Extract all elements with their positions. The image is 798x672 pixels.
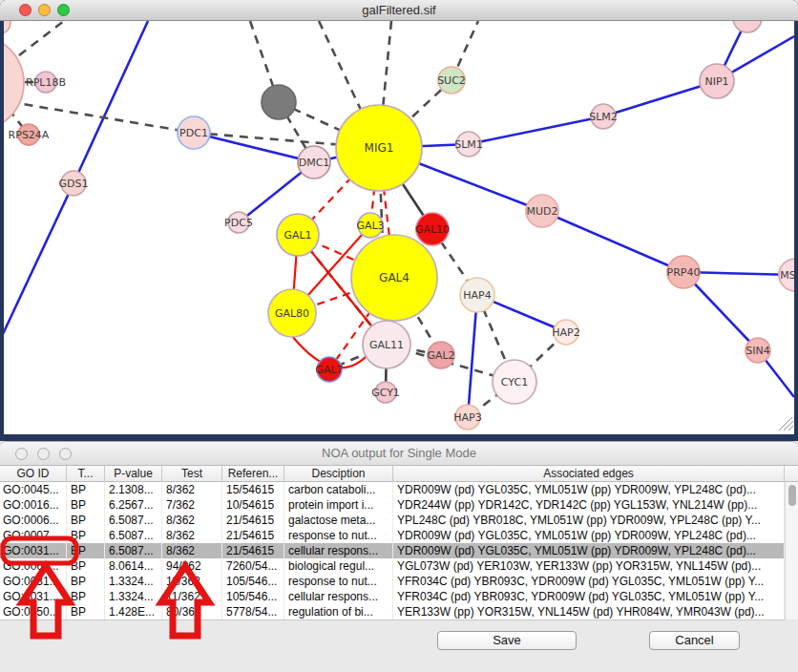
table-row[interactable]: GO:0016...BP6.2567...7/36210/54615protei… (0, 497, 785, 513)
node-HAP3[interactable]: HAP3 (453, 405, 481, 430)
column-header-test[interactable]: Test (162, 466, 222, 482)
node-SIN4[interactable]: SIN4 (746, 338, 770, 363)
node-label-GAL4: GAL4 (379, 271, 410, 284)
node-GAL4[interactable]: GAL4 (351, 235, 437, 321)
cell-associated_edges: YFR034C (pd) YBR093C, YDR009W (pd) YGL03… (393, 574, 785, 589)
column-header-reference[interactable]: Referen... (222, 466, 284, 482)
node-NIP1[interactable]: NIP1 (700, 64, 734, 98)
noa-window-title: NOA output for Single Mode (0, 442, 798, 465)
node-GCY1[interactable]: GCY1 (371, 382, 400, 403)
cell-p_value: 6.2567... (105, 497, 162, 513)
table-row[interactable]: GO:0045...BP2.1308...8/36215/54615carbon… (0, 482, 785, 497)
edge-MUD2-PRP40 (542, 211, 683, 272)
node-MSN5[interactable]: MSN5 (779, 259, 794, 291)
close-icon[interactable] (15, 448, 28, 460)
cell-test: 11/362 (162, 574, 222, 589)
save-button[interactable]: Save (437, 631, 577, 650)
scrollbar-thumb[interactable] (788, 485, 796, 506)
cell-reference: 21/54615 (222, 543, 284, 558)
cell-p_value: 2.1308... (105, 482, 162, 497)
cell-go_id: GO:0065... (0, 558, 67, 574)
table-row[interactable]: GO:0006...BP6.5087...8/36221/54615galact… (0, 513, 785, 528)
node-GAL7[interactable]: GAL7 (315, 357, 343, 382)
table-header: GO IDT...P-valueTestReferen...Desciption… (0, 466, 798, 482)
node-SLM1[interactable]: SLM1 (454, 132, 483, 157)
zoom-icon[interactable] (57, 4, 70, 16)
column-header-description[interactable]: Desciption (284, 466, 393, 482)
node-label-NIP1: NIP1 (704, 75, 728, 88)
node-label-RPL18B: RPL18B (26, 76, 66, 89)
node-label-GAL2: GAL2 (427, 349, 454, 362)
node-gray-node[interactable] (262, 85, 296, 119)
node-DMC1[interactable]: DMC1 (298, 146, 330, 178)
cell-reference: 7260/54... (222, 558, 284, 574)
cell-go_id: GO:0016... (0, 497, 67, 513)
edge-big-left-edge-top (19, 21, 64, 55)
vertical-scrollbar[interactable] (785, 482, 798, 620)
cell-description: cellular respons... (284, 543, 393, 558)
close-icon[interactable] (19, 4, 32, 16)
noa-window: NOA output for Single Mode GO IDT...P-va… (0, 441, 798, 672)
table-row[interactable]: GO:0007...BP6.5087...8/36221/54615respon… (0, 528, 785, 543)
traffic-lights-inactive (15, 448, 72, 460)
zoom-icon[interactable] (59, 448, 72, 460)
table-row[interactable]: GO:0065...BP8.0614...94/3627260/54...bio… (0, 558, 785, 574)
table-body: GO:0045...BP2.1308...8/36215/54615carbon… (0, 482, 785, 620)
cell-go_id: GO:0006... (0, 513, 67, 528)
table-row[interactable]: GO:0031...BP6.5087...8/36221/54615cellul… (0, 543, 785, 558)
graph-window-title: galFiltered.sif (0, 0, 798, 20)
node-label-MIG1: MIG1 (365, 141, 394, 155)
node-GDS1[interactable]: GDS1 (59, 171, 89, 196)
node-GAL10[interactable]: GAL10 (415, 213, 450, 245)
node-HAP4[interactable]: HAP4 (460, 278, 494, 312)
node-big-left[interactable] (4, 35, 24, 131)
table-row[interactable]: GO:0031...BP1.3324...11/362105/546...res… (0, 574, 785, 589)
node-label-HAP2: HAP2 (552, 326, 579, 339)
cell-go_id: GO:0045... (0, 482, 67, 497)
node-GAL3[interactable]: GAL3 (356, 213, 384, 238)
node-GAL1[interactable]: GAL1 (277, 214, 319, 256)
cell-test: 11/362 (162, 589, 222, 604)
cancel-button[interactable]: Cancel (649, 631, 740, 650)
node-label-CYC1: CYC1 (501, 376, 528, 388)
node-GAL80[interactable]: GAL80 (268, 289, 316, 337)
resize-grip[interactable] (779, 417, 793, 430)
cell-reference: 15/54615 (222, 482, 284, 497)
table-row[interactable]: GO:0050...BP1.428E...80/3625778/54...reg… (0, 604, 785, 620)
node-node-top-right[interactable] (733, 21, 762, 32)
network-canvas[interactable]: RPL18BRPS24AGDS1PDC1MIG1SUC2SLM1DMC1PDC5… (4, 21, 794, 434)
cell-go_id: GO:0007... (0, 528, 67, 543)
node-GAL2[interactable]: GAL2 (427, 342, 454, 368)
node-corner-top-left[interactable] (4, 21, 10, 33)
node-HAP2[interactable]: HAP2 (552, 320, 579, 345)
table-row[interactable]: GO:0031...BP1.3324...11/362105/546...cel… (0, 589, 785, 604)
cell-reference: 10/54615 (222, 497, 284, 513)
node-SUC2[interactable]: SUC2 (437, 67, 466, 94)
minimize-icon[interactable] (37, 448, 50, 460)
nodes-layer: RPL18BRPS24AGDS1PDC1MIG1SUC2SLM1DMC1PDC5… (4, 21, 794, 430)
node-GAL11[interactable]: GAL11 (363, 321, 410, 368)
cell-go_id: GO:0031... (0, 543, 67, 558)
column-header-associated_edges[interactable]: Associated edges (393, 466, 785, 482)
column-header-p_value[interactable]: P-value (105, 466, 162, 482)
node-PDC1[interactable]: PDC1 (178, 116, 210, 149)
cell-type: BP (67, 574, 105, 589)
cell-go_id: GO:0031... (0, 589, 67, 604)
node-RPL18B[interactable]: RPL18B (26, 72, 66, 93)
cell-p_value: 6.5087... (105, 543, 162, 558)
node-MUD2[interactable]: MUD2 (526, 195, 558, 227)
cell-associated_edges: YDR009W (pd) YGL035C, YML051W (pp) YDR00… (393, 528, 785, 543)
cell-reference: 21/54615 (222, 528, 284, 543)
column-header-go_id[interactable]: GO ID (0, 466, 67, 482)
node-label-MSN5: MSN5 (780, 269, 794, 282)
edge-GDS1-edge-left (4, 183, 74, 336)
node-label-GAL1: GAL1 (284, 229, 311, 242)
minimize-icon[interactable] (38, 4, 51, 16)
node-PRP40[interactable]: PRP40 (667, 256, 701, 288)
column-header-type[interactable]: T... (67, 466, 105, 482)
node-SLM2[interactable]: SLM2 (589, 104, 618, 129)
node-RPS24A[interactable]: RPS24A (9, 124, 50, 145)
node-CYC1[interactable]: CYC1 (493, 360, 536, 404)
node-MIG1[interactable]: MIG1 (336, 105, 422, 191)
cell-description: regulation of bi... (284, 604, 393, 620)
